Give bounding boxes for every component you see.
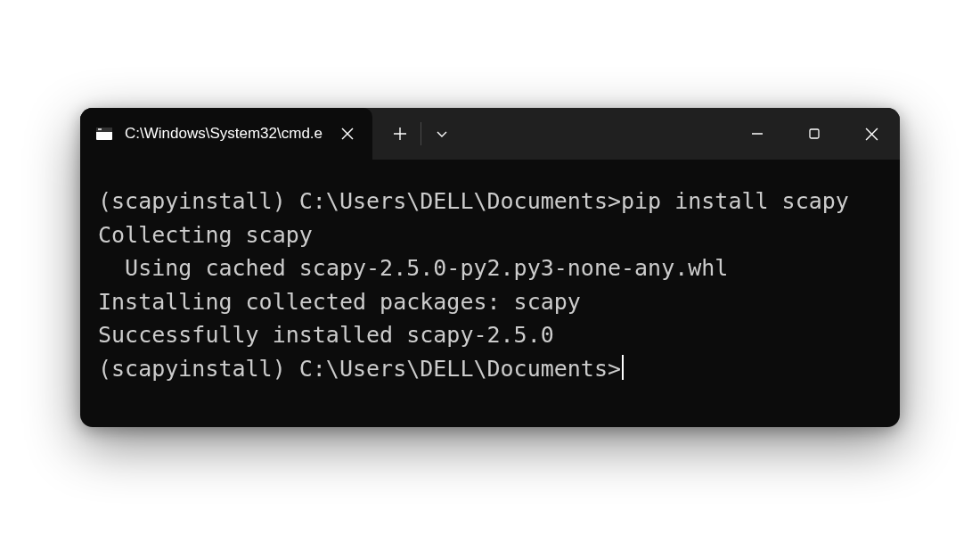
output-line: Successfully installed scapy-2.5.0 — [98, 318, 882, 352]
title-bar[interactable]: C:\Windows\System32\cmd.e — [80, 108, 900, 160]
output-line: (scapyinstall) C:\Users\DELL\Documents>p… — [98, 185, 882, 218]
new-tab-button[interactable] — [380, 108, 421, 160]
maximize-button[interactable] — [786, 108, 843, 160]
output-line: Using cached scapy-2.5.0-py2.py3-none-an… — [98, 251, 882, 285]
active-tab[interactable]: C:\Windows\System32\cmd.e — [80, 108, 372, 160]
terminal-window: C:\Windows\System32\cmd.e — [80, 108, 900, 427]
window-controls — [729, 108, 900, 160]
minimize-icon — [751, 128, 764, 140]
chevron-down-icon — [436, 128, 448, 140]
maximize-icon — [808, 128, 821, 140]
minimize-button[interactable] — [729, 108, 786, 160]
terminal-body[interactable]: (scapyinstall) C:\Users\DELL\Documents>p… — [80, 160, 900, 427]
tab-title: C:\Windows\System32\cmd.e — [125, 125, 323, 143]
svg-rect-5 — [810, 129, 819, 138]
plus-icon — [393, 127, 407, 141]
close-icon — [341, 128, 354, 140]
terminal-output: (scapyinstall) C:\Users\DELL\Documents>p… — [98, 185, 882, 385]
cursor — [622, 355, 624, 381]
close-icon — [865, 128, 878, 141]
prompt-text: (scapyinstall) C:\Users\DELL\Documents> — [98, 352, 621, 386]
cmd-icon — [96, 128, 112, 140]
output-line: Installing collected packages: scapy — [98, 285, 882, 319]
tab-dropdown-button[interactable] — [421, 108, 462, 160]
new-tab-area — [372, 108, 462, 160]
prompt-line: (scapyinstall) C:\Users\DELL\Documents> — [98, 352, 882, 386]
titlebar-spacer[interactable] — [462, 108, 729, 160]
output-line: Collecting scapy — [98, 218, 882, 252]
close-window-button[interactable] — [843, 108, 900, 160]
close-tab-button[interactable] — [335, 121, 360, 146]
